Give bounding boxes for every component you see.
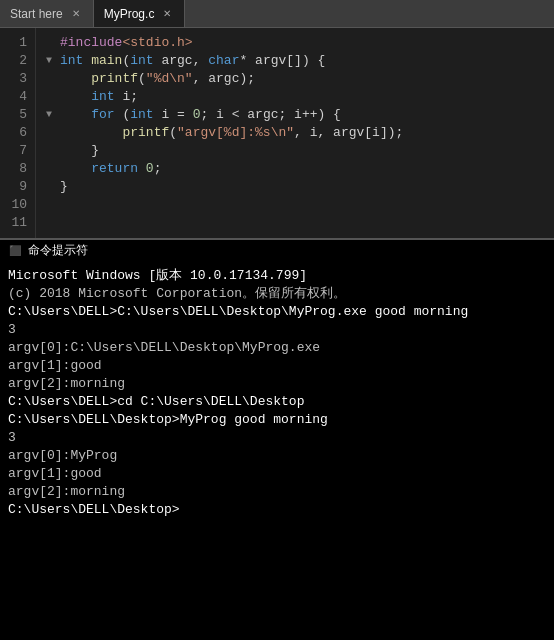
code-token: <stdio.h> [122,34,192,52]
code-token [83,52,91,70]
indent [60,124,122,142]
code-token: printf [122,124,169,142]
code-token: argc, [154,52,209,70]
line-number: 5 [8,106,27,124]
fold-icon[interactable]: ▼ [46,106,60,124]
cmd-line: argv[2]:morning [8,483,546,501]
line-number: 3 [8,70,27,88]
cmd-icon: ⬛ [8,244,22,258]
code-editor: 1234567891011 #include<stdio.h>▼int main… [0,28,554,238]
code-token: 0 [193,106,201,124]
cmd-body[interactable]: Microsoft Windows [版本 10.0.17134.799](c)… [0,261,554,640]
cmd-line: C:\Users\DELL\Desktop>MyProg good mornin… [8,411,546,429]
tab-start-here[interactable]: Start here ✕ [0,0,94,27]
cmd-line: 3 [8,321,546,339]
indent [60,88,91,106]
code-token: , argc); [193,70,255,88]
cmd-line: 3 [8,429,546,447]
code-token [138,160,146,178]
fold-icon[interactable]: ▼ [46,52,60,70]
cmd-line: argv[0]:MyProg [8,447,546,465]
code-line: } [46,142,554,160]
cmd-line: C:\Users\DELL>C:\Users\DELL\Desktop\MyPr… [8,303,546,321]
cmd-line: argv[0]:C:\Users\DELL\Desktop\MyProg.exe [8,339,546,357]
cmd-line: C:\Users\DELL\Desktop> [8,501,546,519]
tab-myprog-c[interactable]: MyProg.c ✕ [94,0,186,27]
cmd-line: Microsoft Windows [版本 10.0.17134.799] [8,267,546,285]
code-token: i = [154,106,193,124]
line-number: 4 [8,88,27,106]
code-line: int i; [46,88,554,106]
code-token: printf [91,70,138,88]
code-token: main [91,52,122,70]
code-token: ( [138,70,146,88]
tab-label-active: MyProg.c [104,7,155,21]
line-number: 2 [8,52,27,70]
code-token: ( [122,52,130,70]
line-number: 11 [8,214,27,232]
tab-bar: Start here ✕ MyProg.c ✕ [0,0,554,28]
code-token: for [91,106,114,124]
code-area[interactable]: #include<stdio.h>▼int main(int argc, cha… [36,28,554,238]
line-number: 10 [8,196,27,214]
code-token: i; [115,88,138,106]
code-token: , i, argv[i]); [294,124,403,142]
code-line: printf("%d\n", argc); [46,70,554,88]
code-token: ( [169,124,177,142]
line-number: 6 [8,124,27,142]
code-line: } [46,178,554,196]
line-numbers: 1234567891011 [0,28,36,238]
code-token: return [91,160,138,178]
cmd-window: ⬛ 命令提示符 Microsoft Windows [版本 10.0.17134… [0,238,554,640]
code-line: printf("argv[%d]:%s\n", i, argv[i]); [46,124,554,142]
code-token: "argv[%d]:%s\n" [177,124,294,142]
code-token: int [130,52,153,70]
code-token: ; [154,160,162,178]
indent [60,160,91,178]
cmd-line: argv[2]:morning [8,375,546,393]
cmd-titlebar: ⬛ 命令提示符 [0,238,554,261]
code-token: int [91,88,114,106]
cmd-line: (c) 2018 Microsoft Corporation。保留所有权利。 [8,285,546,303]
line-number: 1 [8,34,27,52]
code-token: * argv[]) { [239,52,325,70]
code-token: } [91,142,99,160]
indent [60,106,91,124]
code-line: return 0; [46,160,554,178]
code-token: int [130,106,153,124]
cmd-line: C:\Users\DELL>cd C:\Users\DELL\Desktop [8,393,546,411]
tab-close-myprog[interactable]: ✕ [160,7,174,20]
cmd-line: argv[1]:good [8,357,546,375]
indent [60,70,91,88]
cmd-title: 命令提示符 [28,242,88,259]
code-token: char [208,52,239,70]
code-token: ( [115,106,131,124]
code-token: ; i < argc; i++) { [200,106,340,124]
code-line: #include<stdio.h> [46,34,554,52]
code-token: 0 [146,160,154,178]
indent [60,142,91,160]
code-token: int [60,52,83,70]
cmd-line: argv[1]:good [8,465,546,483]
code-token: "%d\n" [146,70,193,88]
code-line: ▼ for (int i = 0; i < argc; i++) { [46,106,554,124]
tab-label: Start here [10,7,63,21]
line-number: 9 [8,178,27,196]
code-token: } [60,178,68,196]
code-token: #include [60,34,122,52]
code-line: ▼int main(int argc, char* argv[]) { [46,52,554,70]
tab-close-start-here[interactable]: ✕ [69,7,83,20]
line-number: 7 [8,142,27,160]
line-number: 8 [8,160,27,178]
